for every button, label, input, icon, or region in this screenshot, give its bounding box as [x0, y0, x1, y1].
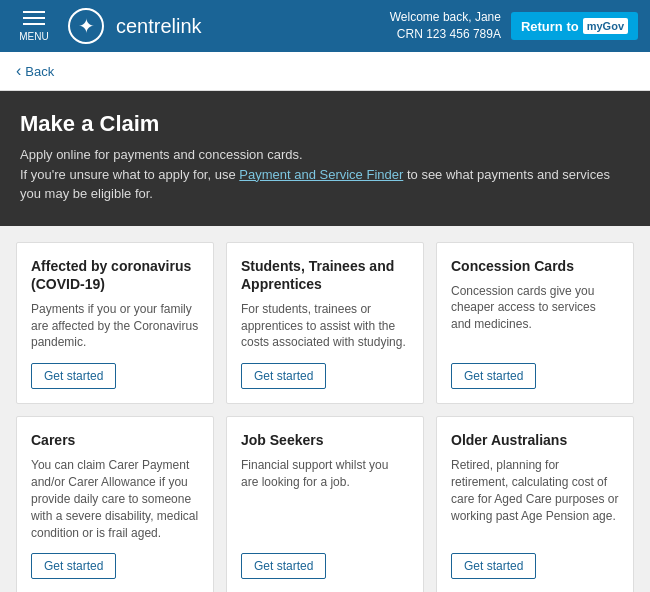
- card-concession: Concession CardsConcession cards give yo…: [436, 242, 634, 405]
- card-covid-title: Affected by coronavirus (COVID-19): [31, 257, 199, 293]
- site-header: MENU ✦ centrelink Welcome back, Jane CRN…: [0, 0, 650, 52]
- welcome-text: Welcome back, Jane CRN 123 456 789A: [390, 9, 501, 43]
- card-carers-desc: You can claim Carer Payment and/or Carer…: [31, 457, 199, 541]
- menu-button[interactable]: MENU: [12, 11, 56, 42]
- return-to-mygov-button[interactable]: Return to myGov: [511, 12, 638, 40]
- hero-section: Make a Claim Apply online for payments a…: [0, 91, 650, 226]
- card-older-desc: Retired, planning for retirement, calcul…: [451, 457, 619, 541]
- header-left: MENU ✦ centrelink: [12, 8, 202, 44]
- centrelink-logo: ✦: [68, 8, 104, 44]
- card-jobseekers-desc: Financial support whilst you are looking…: [241, 457, 409, 541]
- page-title: Make a Claim: [20, 111, 630, 137]
- hero-line2: If you're unsure what to apply for, use …: [20, 165, 630, 204]
- card-carers-get-started-button[interactable]: Get started: [31, 553, 116, 579]
- hero-line1: Apply online for payments and concession…: [20, 145, 630, 165]
- cards-grid: Affected by coronavirus (COVID-19)Paymen…: [16, 242, 634, 593]
- card-students-get-started-button[interactable]: Get started: [241, 363, 326, 389]
- navigation-bar: Back: [0, 52, 650, 91]
- hamburger-icon: [23, 17, 45, 19]
- header-right: Welcome back, Jane CRN 123 456 789A Retu…: [390, 9, 638, 43]
- mygov-logo: myGov: [583, 18, 628, 34]
- card-jobseekers: Job SeekersFinancial support whilst you …: [226, 416, 424, 592]
- hamburger-icon: [23, 23, 45, 25]
- card-concession-desc: Concession cards give you cheaper access…: [451, 283, 619, 352]
- card-concession-title: Concession Cards: [451, 257, 619, 275]
- card-older: Older AustraliansRetired, planning for r…: [436, 416, 634, 592]
- hero-line2-prefix: If you're unsure what to apply for, use: [20, 167, 239, 182]
- card-carers-title: Carers: [31, 431, 199, 449]
- site-name: centrelink: [116, 15, 202, 38]
- card-covid-desc: Payments if you or your family are affec…: [31, 301, 199, 351]
- card-covid-get-started-button[interactable]: Get started: [31, 363, 116, 389]
- card-jobseekers-get-started-button[interactable]: Get started: [241, 553, 326, 579]
- card-concession-get-started-button[interactable]: Get started: [451, 363, 536, 389]
- menu-label: MENU: [19, 31, 48, 42]
- back-link[interactable]: Back: [16, 62, 634, 80]
- card-students-desc: For students, trainees or apprentices to…: [241, 301, 409, 351]
- card-students-title: Students, Trainees and Apprentices: [241, 257, 409, 293]
- card-carers: CarersYou can claim Carer Payment and/or…: [16, 416, 214, 592]
- return-label: Return to: [521, 19, 579, 34]
- star-icon: ✦: [78, 14, 95, 38]
- card-jobseekers-title: Job Seekers: [241, 431, 409, 449]
- card-students: Students, Trainees and ApprenticesFor st…: [226, 242, 424, 405]
- payment-finder-link[interactable]: Payment and Service Finder: [239, 167, 403, 182]
- hamburger-icon: [23, 11, 45, 13]
- card-covid: Affected by coronavirus (COVID-19)Paymen…: [16, 242, 214, 405]
- card-older-title: Older Australians: [451, 431, 619, 449]
- main-content: Affected by coronavirus (COVID-19)Paymen…: [0, 226, 650, 593]
- card-older-get-started-button[interactable]: Get started: [451, 553, 536, 579]
